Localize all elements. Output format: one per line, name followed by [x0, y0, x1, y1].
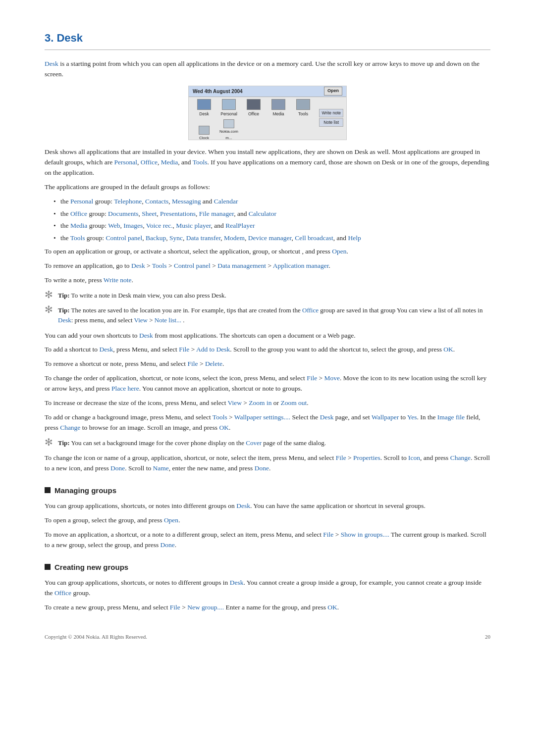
- screenshot-icon-office: Office: [243, 99, 264, 117]
- link-desk4[interactable]: Desk: [139, 332, 153, 339]
- desk-link-intro[interactable]: Desk: [45, 60, 58, 67]
- link-done1[interactable]: Done: [110, 464, 125, 472]
- link-ok1[interactable]: OK: [443, 346, 453, 353]
- screenshot-nokia-icon: Nokia.com m...: [218, 119, 239, 141]
- link-open[interactable]: Open: [332, 248, 346, 255]
- link-cover[interactable]: Cover: [246, 439, 262, 447]
- link-office[interactable]: Office: [141, 158, 158, 166]
- link-writenote[interactable]: Write note: [104, 276, 132, 284]
- link-controlpanel[interactable]: Control panel: [106, 234, 142, 242]
- link-desk6[interactable]: Desk: [320, 413, 334, 421]
- para-zoom: To increase or decrease the size of the …: [45, 398, 490, 408]
- link-icon[interactable]: Icon: [408, 454, 420, 461]
- link-tools2[interactable]: Tools: [152, 262, 167, 269]
- screenshot-clock-icon: Clock: [194, 126, 214, 141]
- link-name[interactable]: Name: [153, 464, 169, 472]
- link-imagefile[interactable]: Image file: [437, 413, 465, 421]
- para-write-note: To write a note, press Write note.: [45, 275, 490, 286]
- link-calculator[interactable]: Calculator: [249, 210, 276, 217]
- link-media-group[interactable]: Media: [70, 222, 88, 229]
- link-change2[interactable]: Change: [450, 454, 471, 461]
- link-cellbroadcast[interactable]: Cell broadcast: [295, 234, 333, 242]
- link-view2[interactable]: View: [228, 399, 242, 406]
- link-appmanager[interactable]: Application manager: [273, 262, 329, 269]
- link-office3[interactable]: Office: [54, 589, 71, 597]
- link-personal[interactable]: Personal: [114, 158, 138, 166]
- para-remove-app: To remove an application, go to Desk > T…: [45, 261, 490, 271]
- link-modem[interactable]: Modem: [224, 234, 245, 242]
- link-yes[interactable]: Yes: [407, 413, 417, 421]
- intro-p1: Desk is a starting point from which you …: [45, 59, 490, 80]
- link-office-group[interactable]: Office: [70, 210, 87, 217]
- link-telephone[interactable]: Telephone: [114, 198, 142, 205]
- link-contacts[interactable]: Contacts: [145, 198, 168, 205]
- link-done2[interactable]: Done: [255, 464, 269, 472]
- chapter-title: 3. Desk: [45, 30, 490, 47]
- link-calendar[interactable]: Calendar: [214, 198, 238, 205]
- link-wallpaper-settings[interactable]: Wallpaper settings....: [234, 413, 290, 421]
- link-desk3[interactable]: Desk: [58, 316, 71, 324]
- link-desk8[interactable]: Desk: [230, 579, 244, 586]
- para-wallpaper: To add or change a background image, pre…: [45, 412, 490, 433]
- link-tools[interactable]: Tools: [193, 158, 208, 166]
- list-item-tools: the Tools group: Control panel, Backup, …: [54, 233, 490, 244]
- link-ok3[interactable]: OK: [327, 604, 337, 611]
- link-desk5[interactable]: Desk: [99, 346, 113, 353]
- link-file-props[interactable]: File: [336, 454, 346, 461]
- link-office2[interactable]: Office: [302, 306, 319, 314]
- link-datamanagement[interactable]: Data management: [217, 262, 266, 269]
- link-zoomout[interactable]: Zoom out: [280, 399, 307, 406]
- section-square-icon: [45, 487, 51, 493]
- tip-block-2: ✻ Tip: The notes are saved to the locati…: [45, 305, 490, 325]
- link-personal-group[interactable]: Personal: [70, 198, 94, 205]
- intro-p3: The applications are grouped in the defa…: [45, 182, 490, 193]
- link-controlpanel2[interactable]: Control panel: [174, 262, 211, 269]
- link-messaging[interactable]: Messaging: [172, 198, 201, 205]
- link-filemanager[interactable]: File manager: [199, 210, 234, 217]
- link-ok2[interactable]: OK: [219, 424, 229, 431]
- link-desk2[interactable]: Desk: [131, 262, 145, 269]
- link-file-showin[interactable]: File: [323, 531, 333, 538]
- link-wallpaper[interactable]: Wallpaper: [372, 413, 399, 421]
- link-newgroup[interactable]: New group....: [187, 604, 224, 611]
- link-sheet[interactable]: Sheet: [142, 210, 157, 217]
- link-open2[interactable]: Open: [164, 516, 178, 524]
- screenshot-side-items: Write note Note list: [319, 109, 343, 128]
- link-tools-group[interactable]: Tools: [70, 234, 85, 242]
- link-media[interactable]: Media: [161, 158, 178, 166]
- link-presentations[interactable]: Presentations: [160, 210, 196, 217]
- link-file-move[interactable]: File: [307, 374, 317, 382]
- link-placehere[interactable]: Place here: [111, 385, 139, 392]
- link-move[interactable]: Move: [324, 374, 340, 382]
- link-tools3[interactable]: Tools: [213, 413, 227, 421]
- link-change[interactable]: Change: [60, 424, 80, 431]
- link-zoomin[interactable]: Zoom in: [249, 399, 271, 406]
- link-musicplayer[interactable]: Music player: [176, 222, 211, 229]
- link-file-delete[interactable]: File: [187, 360, 198, 367]
- link-file-addtodesk[interactable]: File: [179, 346, 189, 353]
- link-datatransfer[interactable]: Data transfer: [186, 234, 221, 242]
- link-showin[interactable]: Show in groups....: [341, 531, 389, 538]
- link-addtodesk[interactable]: Add to Desk: [196, 346, 230, 353]
- link-view[interactable]: View: [134, 316, 148, 324]
- link-devicemanager[interactable]: Device manager: [248, 234, 292, 242]
- managing-groups-label: Managing groups: [54, 485, 116, 496]
- link-delete[interactable]: Delete: [205, 360, 222, 367]
- tip-text-2: Tip: The notes are saved to the location…: [58, 305, 490, 325]
- link-voicerec[interactable]: Voice rec.: [146, 222, 173, 229]
- screenshot-note-list: Note list: [319, 118, 343, 127]
- link-properties[interactable]: Properties: [353, 454, 380, 461]
- link-images[interactable]: Images: [123, 222, 143, 229]
- link-web[interactable]: Web: [108, 222, 120, 229]
- link-sync[interactable]: Sync: [169, 234, 183, 242]
- desk-screenshot: Wed 4th August 2004 Open Desk Personal: [188, 86, 347, 140]
- screenshot-icon-tools: Tools: [293, 99, 314, 117]
- link-backup[interactable]: Backup: [146, 234, 166, 242]
- link-done3[interactable]: Done: [160, 541, 175, 549]
- link-realplayer[interactable]: RealPlayer: [225, 222, 255, 229]
- link-documents[interactable]: Documents: [108, 210, 139, 217]
- link-desk7[interactable]: Desk: [236, 502, 250, 509]
- link-help[interactable]: Help: [348, 234, 361, 242]
- link-file-newgroup[interactable]: File: [170, 604, 180, 611]
- link-notelist[interactable]: Note list...: [155, 316, 181, 324]
